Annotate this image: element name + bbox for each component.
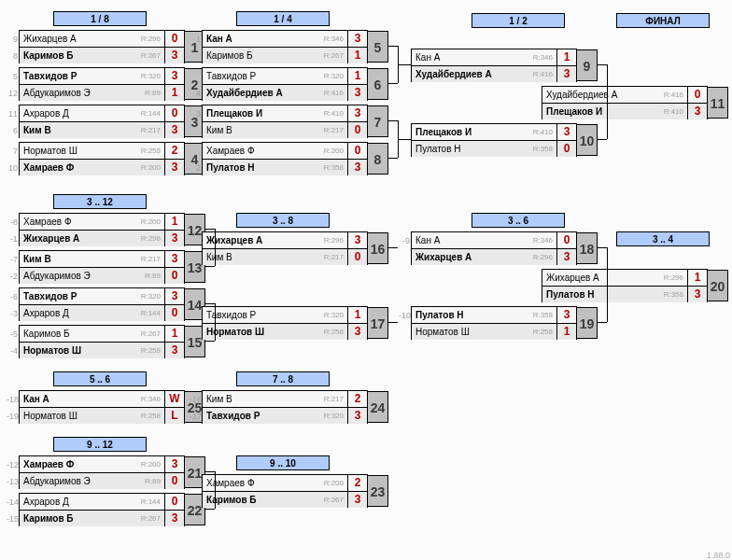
player-rating: R:89: [133, 89, 164, 97]
player-name: Норматов Ш: [20, 345, 133, 356]
score: 3: [164, 251, 184, 267]
stage-title-b912: 9 .. 12: [53, 437, 147, 452]
score: 1: [556, 49, 576, 65]
player-row: 7Норматов ШR:2582: [20, 143, 184, 159]
player-name: Тавхидов Р: [20, 291, 133, 301]
player-name: Плещаков И: [412, 127, 525, 137]
score: 0: [164, 31, 184, 47]
stage-title-b36: 3 .. 6: [472, 213, 565, 228]
score: 1: [687, 270, 707, 286]
player-row: 1Кан АR:3463: [203, 31, 367, 47]
player-row: 4Худайбердиев АR:4163: [203, 84, 367, 101]
player-row: Плещаков ИR:4103: [412, 124, 576, 140]
score: 0: [347, 122, 367, 138]
player-name: Пулатов Н: [542, 289, 655, 300]
player-name: Пулатов Н: [412, 144, 525, 154]
player-name: Жихарцев А: [20, 233, 133, 244]
player-name: Кан А: [412, 235, 525, 245]
player-name: Норматов Ш: [412, 327, 525, 337]
player-name: Ким В: [20, 125, 133, 135]
match-2: 5Тавхидов РR:320312Абдукаримов ЭR:8912: [19, 67, 185, 101]
player-name: Хамраев Ф: [20, 162, 133, 173]
player-row: Хамраев ФR:2000: [203, 143, 367, 159]
player-rating: R:267: [316, 496, 347, 504]
seed: -6: [7, 292, 20, 301]
player-rating: R:296: [316, 236, 347, 245]
player-name: Тавхидов Р: [203, 71, 316, 81]
player-row: Жихарцев АR:2963: [412, 248, 576, 265]
connector: [607, 247, 608, 322]
player-name: Худайбердиев А: [542, 90, 655, 100]
connector: [398, 64, 411, 65]
seed: -18: [7, 395, 20, 404]
player-rating: R:416: [316, 89, 347, 97]
player-name: Худайбердиев А: [412, 69, 525, 79]
player-row: 11Ахраров ДR:1440: [20, 105, 184, 121]
player-row: 5Тавхидов РR:3203: [20, 68, 184, 84]
player-name: Абдукаримов Э: [20, 476, 133, 486]
player-row: Худайбердиев АR:4163: [412, 65, 576, 82]
connector: [205, 303, 215, 304]
seed: -16: [190, 395, 203, 404]
score: 0: [164, 268, 184, 284]
score: 3: [164, 231, 184, 246]
score: 3: [347, 160, 367, 175]
connector: [607, 64, 608, 139]
match-5: 1Кан АR:3463Каримов БR:26715: [202, 30, 368, 63]
player-row: 12Абдукаримов ЭR:891: [20, 84, 184, 101]
version-label: 1.88.0: [707, 551, 730, 560]
player-row: Каримов БR:2671: [203, 47, 367, 63]
seed: 12: [7, 89, 20, 98]
match-number: 9: [577, 49, 598, 81]
player-name: Тавхидов Р: [20, 71, 133, 81]
score: 3: [347, 31, 367, 47]
match-20: Жихарцев АR:2961Пулатов НR:358320: [542, 269, 708, 302]
player-row: -4Норматов ШR:2583: [20, 342, 184, 358]
player-rating: R:144: [133, 109, 164, 118]
match-18: -9Кан АR:3460Жихарцев АR:296318: [411, 231, 577, 265]
player-row: 2Пулатов НR:3583: [203, 159, 367, 175]
player-rating: R:267: [133, 514, 164, 523]
player-row: 8Каримов БR:2673: [20, 47, 184, 63]
score: 3: [164, 288, 184, 304]
player-rating: R:200: [133, 163, 164, 172]
player-row: -14Ахраров ДR:1440: [20, 494, 184, 510]
player-row: Тавхидов РR:3201: [203, 307, 367, 323]
match-13: -7Ким ВR:2173-2Абдукаримов ЭR:89013: [19, 250, 185, 284]
player-rating: R:217: [133, 126, 164, 134]
player-rating: R:258: [525, 328, 556, 336]
connector: [215, 471, 216, 509]
player-row: -9Кан АR:3460: [412, 232, 576, 248]
score: 3: [347, 105, 367, 121]
score: 2: [347, 391, 367, 407]
stage-title-b910: 9 .. 10: [236, 455, 330, 470]
match-23: Хамраев ФR:2002Каримов БR:267323: [202, 474, 368, 508]
score: 3: [347, 85, 367, 101]
score: 3: [687, 104, 707, 119]
player-name: Хамраев Ф: [20, 217, 133, 227]
player-rating: R:358: [316, 163, 347, 172]
seed: 5: [7, 72, 20, 81]
player-name: Каримов Б: [20, 50, 133, 61]
connector: [388, 322, 398, 323]
seed: -7: [7, 255, 20, 264]
score: 3: [687, 287, 707, 302]
score: 3: [164, 48, 184, 63]
connector: [398, 139, 411, 140]
player-name: Жихарцев А: [412, 252, 525, 262]
seed: 3: [190, 109, 203, 119]
seed: -3: [7, 309, 20, 318]
player-rating: R:258: [316, 328, 347, 336]
score: 3: [347, 492, 367, 508]
stage-title-b312: 3 .. 12: [53, 194, 147, 209]
player-rating: R:258: [133, 412, 164, 420]
player-row: -13Абдукаримов ЭR:890: [20, 472, 184, 489]
match-number: 11: [708, 87, 728, 119]
match-12: -8Хамраев ФR:2001-1Жихарцев АR:296312: [19, 213, 185, 246]
player-row: 3Плещаков ИR:4103: [203, 105, 367, 121]
score: 0: [556, 232, 576, 248]
player-rating: R:346: [525, 236, 556, 245]
player-name: Кан А: [412, 52, 525, 63]
player-name: Кан А: [203, 34, 316, 44]
player-row: -16Ким ВR:2172: [203, 391, 367, 407]
